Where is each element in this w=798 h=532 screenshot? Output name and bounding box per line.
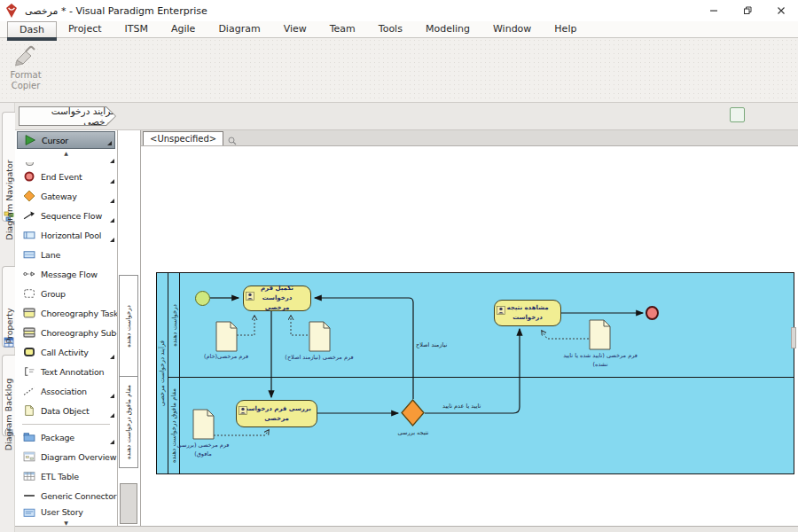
palette-item-text-annotation[interactable]: Text Annotation — [15, 362, 117, 381]
menu-tab-diagram[interactable]: Diagram — [207, 21, 271, 37]
flow-label-needs-fix: نیازمند اصلاح — [416, 341, 447, 348]
flyout-triangle-icon[interactable] — [110, 218, 114, 223]
status-bar — [15, 526, 798, 532]
palette-item-data-object[interactable]: Data Object — [15, 401, 117, 420]
association-needs-fix-doc[interactable] — [291, 316, 308, 335]
palette-scroll-up-button[interactable]: ▲ — [15, 149, 117, 157]
package-icon — [23, 431, 35, 443]
minimize-button[interactable] — [697, 1, 731, 20]
canvas-vscrollbar-thumb[interactable] — [791, 327, 796, 348]
sticky-lane-caption-2: مقام مافوق درخواست دهنده — [119, 376, 138, 468]
flyout-triangle-icon[interactable] — [110, 440, 114, 444]
ribbon-tab-bar: DashProjectITSMAgileDiagramViewTeamTools… — [0, 21, 798, 37]
palette-item-choreography-task[interactable]: Choreography Task — [15, 303, 117, 323]
palette-item-etl-table[interactable]: ETL Table — [15, 466, 117, 486]
dock-tab-property[interactable]: Property — [2, 266, 15, 348]
callout-tool-button[interactable] — [730, 107, 745, 122]
palette-item-package[interactable]: Package — [15, 427, 117, 447]
close-button[interactable] — [764, 1, 798, 20]
palette-item-message-flow[interactable]: Message Flow — [15, 264, 117, 284]
menu-tab-dash[interactable]: Dash — [7, 21, 57, 37]
dock-tab-diagram-navigator[interactable]: Diagram Navigator — [2, 112, 15, 222]
sticky-lane-caption-strip: درخواست دهنده مقام مافوق درخواست دهنده — [118, 130, 140, 526]
flyout-triangle-icon[interactable] — [110, 238, 114, 242]
palette-item-horizontal-pool[interactable]: Horizontal Pool — [15, 225, 117, 245]
dock-tab-diagram-backlog[interactable]: Diagram Backlog — [2, 355, 15, 436]
breadcrumb[interactable]: فرآیند درخواست مرخصی — [19, 106, 116, 126]
canvas-tab-unspecified[interactable]: <Unspecified> — [143, 131, 223, 145]
palette-scroll-down-button[interactable]: ▼ — [15, 519, 117, 526]
association-superior-doc[interactable] — [214, 430, 269, 435]
palette-item-group[interactable]: Group — [15, 284, 117, 303]
association-icon — [23, 385, 35, 397]
menu-tab-help[interactable]: Help — [543, 21, 588, 37]
end-event[interactable] — [645, 306, 659, 320]
data-object-approved[interactable] — [589, 319, 611, 350]
flyout-triangle-icon[interactable] — [110, 199, 114, 203]
palette-item-diagram-overview[interactable]: Diagram Overview — [15, 447, 117, 466]
association-raw-doc[interactable] — [237, 316, 254, 335]
palette-item-association[interactable]: Association — [15, 381, 117, 401]
menu-tab-project[interactable]: Project — [57, 21, 113, 37]
message-flow-icon — [23, 268, 35, 280]
menu-tab-modeling[interactable]: Modeling — [414, 21, 481, 37]
palette-item-gateway[interactable]: Gateway — [15, 186, 117, 206]
flyout-triangle-icon[interactable] — [110, 355, 114, 359]
menu-tab-team[interactable]: Team — [318, 21, 367, 37]
ribbon: Format Copier — [0, 37, 798, 103]
gateway[interactable] — [401, 399, 425, 426]
palette-item-end-event[interactable]: End Event — [15, 167, 117, 186]
menu-tab-window[interactable]: Window — [481, 21, 543, 37]
data-object-needs-fix[interactable] — [309, 321, 331, 352]
association-approved-doc[interactable] — [542, 331, 589, 339]
data-object-superior[interactable] — [192, 409, 215, 440]
data-object-raw[interactable] — [215, 321, 238, 352]
flyout-triangle-icon[interactable] — [110, 394, 114, 398]
data-object-icon — [23, 404, 35, 417]
flyout-triangle-icon[interactable] — [110, 413, 114, 418]
breadcrumb-label: فرآیند درخواست مرخصی — [20, 107, 115, 125]
left-scrollbar-thumb[interactable] — [120, 483, 137, 524]
user-task-icon — [497, 301, 505, 310]
palette-item-generic-connector[interactable]: Generic Connector — [15, 486, 117, 505]
title-bar: مرخصی * - Visual Paradigm Enterprise — [0, 0, 798, 21]
call-activity-icon — [23, 346, 35, 358]
gateway-icon — [23, 190, 35, 202]
palette-item-user-story[interactable]: User Story — [15, 505, 117, 519]
palette-item-sequence-flow[interactable]: Sequence Flow — [15, 206, 117, 225]
palette-separator — [22, 424, 110, 425]
flyout-triangle-icon[interactable] — [110, 159, 114, 163]
task-fill-form[interactable]: تکمیل فرم درخواست مرخصی — [243, 286, 311, 311]
minimize-icon — [708, 5, 719, 16]
menu-tab-agile[interactable]: Agile — [160, 21, 207, 37]
lane-icon — [23, 248, 35, 261]
menu-tab-view[interactable]: View — [272, 21, 318, 37]
flyout-triangle-icon[interactable] — [110, 179, 114, 184]
choreography-task-icon — [23, 307, 35, 319]
palette-item-lane[interactable]: Lane — [15, 245, 117, 264]
panel-view-button[interactable] — [769, 107, 784, 122]
restore-button[interactable] — [731, 1, 764, 20]
palette-item-call-activity[interactable]: Call Activity — [15, 342, 117, 362]
palette-item-partial[interactable] — [15, 157, 117, 167]
flyout-triangle-icon[interactable] — [107, 141, 112, 145]
format-copier-button[interactable]: Format Copier — [5, 43, 46, 98]
magnifier-icon[interactable] — [227, 133, 238, 144]
palette-item-cursor[interactable]: Cursor — [17, 131, 115, 149]
gateway-label: نتیجه بررسی — [392, 429, 434, 436]
etl-table-icon — [23, 470, 35, 482]
sticky-lane-caption-1: درخواست دهنده — [119, 275, 138, 377]
diagram-header-bar: فرآیند درخواست مرخصی — [15, 103, 798, 130]
restore-icon — [742, 5, 753, 16]
resize-bounds-button[interactable] — [749, 107, 764, 122]
window-title: مرخصی * - Visual Paradigm Enterprise — [25, 5, 207, 17]
diagram-canvas[interactable]: فرآیند درخواست مرخصی درخواست دهنده مقام … — [141, 146, 798, 526]
group-icon — [23, 287, 35, 300]
task-review-form[interactable]: بررسی فرم درخواست مرخصی — [236, 400, 317, 427]
start-event[interactable] — [195, 291, 210, 306]
menu-tab-tools[interactable]: Tools — [367, 21, 414, 37]
menu-tab-itsm[interactable]: ITSM — [113, 21, 160, 37]
palette-item-choreography-sub-process[interactable]: Choreography Sub-Process — [15, 323, 117, 342]
task-view-result[interactable]: مشاهده نتیجه درخواست — [494, 300, 561, 326]
data-object-needs-fix-label: فرم مرخصی (نیازمند اصلاح) — [284, 354, 355, 363]
